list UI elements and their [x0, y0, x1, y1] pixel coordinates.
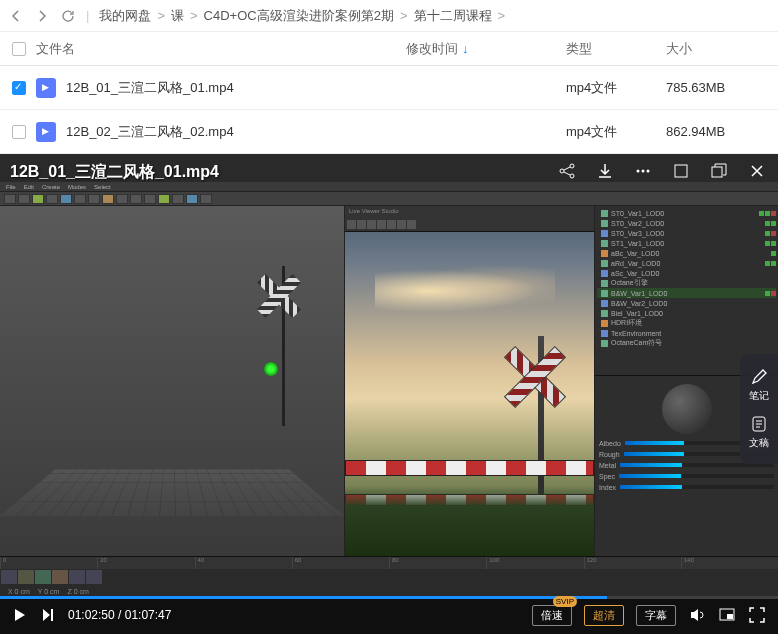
file-name-text: 12B_02_三渲二风格_02.mp4	[66, 123, 234, 141]
table-row[interactable]: 12B_02_三渲二风格_02.mp4 mp4文件 862.94MB	[0, 110, 778, 154]
file-size: 862.94MB	[666, 124, 766, 139]
column-size[interactable]: 大小	[666, 40, 766, 58]
row-checkbox[interactable]	[12, 125, 26, 139]
breadcrumb-item[interactable]: 课	[171, 7, 184, 25]
download-icon[interactable]	[594, 160, 616, 182]
forward-icon[interactable]	[34, 8, 50, 24]
player-controls: 01:02:50 / 01:07:47 SVIP 倍速 超清 字幕	[0, 596, 778, 634]
speed-button[interactable]: SVIP 倍速	[532, 605, 572, 626]
refresh-icon[interactable]	[60, 8, 76, 24]
video-top-actions	[556, 160, 768, 182]
table-row[interactable]: 12B_01_三渲二风格_01.mp4 mp4文件 785.63MB	[0, 66, 778, 110]
video-file-icon	[36, 122, 56, 142]
file-type: mp4文件	[566, 123, 666, 141]
file-name-text: 12B_01_三渲二风格_01.mp4	[66, 79, 234, 97]
sort-arrow-icon: ↓	[462, 41, 469, 56]
file-size: 785.63MB	[666, 80, 766, 95]
c4d-render-view: Live Viewer Studio	[345, 206, 595, 556]
c4d-timeline: 0 20 40 60 80 100 120 140 X 0 cm Y 0 cm …	[0, 556, 778, 596]
column-name[interactable]: 文件名	[36, 40, 406, 58]
svg-point-4	[642, 170, 645, 173]
svg-rect-9	[51, 609, 53, 621]
table-header: 文件名 修改时间 ↓ 类型 大小	[0, 32, 778, 66]
svg-rect-6	[675, 165, 687, 177]
c4d-viewport	[0, 206, 345, 556]
notes-button[interactable]: 笔记	[744, 362, 774, 409]
window-1-icon[interactable]	[670, 160, 692, 182]
window-2-icon[interactable]	[708, 160, 730, 182]
column-date[interactable]: 修改时间 ↓	[406, 40, 566, 58]
breadcrumb: 我的网盘 > 课 > C4D+OC高级渲染进阶案例第2期 > 第十二周课程 >	[99, 7, 505, 25]
svip-badge: SVIP	[553, 596, 577, 607]
next-button[interactable]	[40, 607, 56, 623]
nav-bar: | 我的网盘 > 课 > C4D+OC高级渲染进阶案例第2期 > 第十二周课程 …	[0, 0, 778, 32]
video-player: 12B_01_三渲二风格_01.mp4 File Edit Create Mod…	[0, 154, 778, 634]
volume-icon[interactable]	[688, 606, 706, 624]
breadcrumb-item[interactable]: C4D+OC高级渲染进阶案例第2期	[204, 7, 394, 25]
video-file-icon	[36, 78, 56, 98]
progress-bar[interactable]	[0, 596, 778, 599]
side-float-panel: 笔记 文稿	[740, 354, 778, 464]
svg-point-3	[637, 170, 640, 173]
subtitle-button[interactable]: 字幕	[636, 605, 676, 626]
select-all-checkbox[interactable]	[12, 42, 26, 56]
video-content-frame[interactable]: File Edit Create Modes Select	[0, 182, 778, 596]
more-icon[interactable]	[632, 160, 654, 182]
quality-button[interactable]: 超清	[584, 605, 624, 626]
play-button[interactable]	[12, 607, 28, 623]
c4d-menubar: File Edit Create Modes Select	[0, 182, 778, 192]
fullscreen-icon[interactable]	[748, 606, 766, 624]
share-icon[interactable]	[556, 160, 578, 182]
object-manager: ST0_Var1_LOD0 ST0_Var2_LOD0 ST0_Var3_LOD…	[595, 206, 778, 376]
video-title: 12B_01_三渲二风格_01.mp4	[10, 162, 219, 183]
breadcrumb-item[interactable]: 我的网盘	[99, 7, 151, 25]
time-display: 01:02:50 / 01:07:47	[68, 608, 171, 622]
svg-point-5	[647, 170, 650, 173]
back-icon[interactable]	[8, 8, 24, 24]
row-checkbox[interactable]	[12, 81, 26, 95]
pip-icon[interactable]	[718, 606, 736, 624]
svg-point-1	[570, 164, 574, 168]
svg-rect-11	[727, 614, 733, 619]
svg-point-2	[570, 174, 574, 178]
close-icon[interactable]	[746, 160, 768, 182]
transcript-button[interactable]: 文稿	[744, 409, 774, 456]
column-type[interactable]: 类型	[566, 40, 666, 58]
file-type: mp4文件	[566, 79, 666, 97]
breadcrumb-item[interactable]: 第十二周课程	[414, 7, 492, 25]
c4d-toolbar	[0, 192, 778, 206]
svg-rect-7	[712, 167, 722, 177]
svg-point-0	[560, 169, 564, 173]
